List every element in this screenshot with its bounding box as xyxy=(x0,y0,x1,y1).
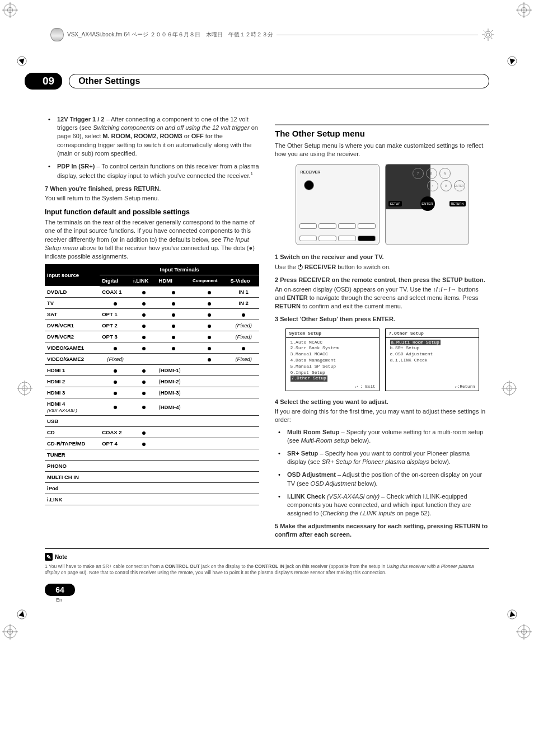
table-cell: (HDMI-2) xyxy=(157,376,191,387)
bullet-off: OFF xyxy=(191,133,204,139)
table-cell: COAX 1 xyxy=(100,287,131,298)
table-row: PHONO xyxy=(45,461,259,472)
table-cell xyxy=(157,438,191,449)
table-col-component: Component xyxy=(190,275,228,287)
bullet-lead: 12V Trigger 1 / 2 xyxy=(57,116,104,123)
step-2-text: An on-screen display (OSD) appears on yo… xyxy=(275,285,489,311)
bullet-lead: PDP In (SR+) xyxy=(57,163,95,170)
remote-num: 7 xyxy=(413,168,424,179)
table-cell xyxy=(190,483,228,494)
table-cell xyxy=(157,309,191,320)
table-cell xyxy=(100,494,131,505)
chapter-title: Other Settings xyxy=(69,74,489,88)
table-cell xyxy=(157,354,191,365)
table-row-source: HDMI 4(VSX-AX4ASi ) xyxy=(45,398,100,416)
bullet-italic: SR+ Setup for Pioneer plasma displays xyxy=(322,458,429,465)
osd-item: 1.Auto MCACC xyxy=(291,340,376,346)
availability-dot-icon xyxy=(142,313,146,317)
table-cell xyxy=(228,461,259,472)
bullet-text: on page 52). xyxy=(395,510,432,516)
table-cell xyxy=(131,320,157,331)
left-column: 12V Trigger 1 / 2 – After connecting a c… xyxy=(45,115,259,541)
availability-dot-icon xyxy=(142,406,146,409)
step-7-heading: 7 When you're finished, press RETURN. xyxy=(45,185,259,193)
remote-return-button: RETURN xyxy=(449,201,466,206)
table-cell: COAX 2 xyxy=(100,427,131,438)
remote-button xyxy=(318,236,336,241)
availability-dot-icon xyxy=(242,347,245,350)
osd-footer: ↵ : Exit xyxy=(286,383,379,391)
table-cell xyxy=(131,427,157,438)
arrow-symbols: ↑/↓/←/→ xyxy=(433,286,456,293)
table-cell xyxy=(190,398,228,416)
bullet-multi-room-setup: Multi Room Setup – Specify your volume s… xyxy=(282,428,489,445)
table-cell xyxy=(228,483,259,494)
table-cell xyxy=(131,365,157,376)
availability-dot-icon xyxy=(142,302,146,306)
table-row: CD-R/TAPE/MDOPT 4 xyxy=(45,438,259,449)
table-row-source: HDMI 1 xyxy=(45,365,100,376)
table-cell xyxy=(190,342,228,354)
chapter-header: 09 Other Settings xyxy=(45,73,489,90)
page-content: 09 Other Settings 12V Trigger 1 / 2 – Af… xyxy=(0,0,534,642)
step-2-heading: 2 Press RECEIVER on the remote control, … xyxy=(275,276,489,284)
availability-dot-icon xyxy=(114,347,117,350)
table-row-source: DVD/LD xyxy=(45,287,100,298)
remote-diagram-row: RECEIVER xyxy=(275,164,489,245)
step-3-heading: 3 Select 'Other Setup' then press ENTER. xyxy=(275,315,489,323)
bullet-lead: OSD Adjustment xyxy=(287,471,336,478)
osd-item: 6.Input Setup xyxy=(291,370,376,376)
table-cell xyxy=(100,342,131,354)
remote-button xyxy=(338,236,356,241)
step-bold: RETURN xyxy=(275,303,301,309)
table-cell xyxy=(228,376,259,387)
remote-num-row-2: • 0 ENTER xyxy=(427,180,465,191)
table-cell xyxy=(157,320,191,331)
table-row-source: i.LINK xyxy=(45,494,100,505)
book-cylinder-icon xyxy=(50,28,64,41)
table-row-source: HDMI 2 xyxy=(45,376,100,387)
table-col-hdmi: HDMI xyxy=(157,275,191,287)
table-cell xyxy=(190,461,228,472)
svg-marker-31 xyxy=(508,612,516,619)
table-col-digital: Digital xyxy=(100,275,131,287)
table-cell xyxy=(157,298,191,309)
table-cell xyxy=(228,342,259,354)
table-row: SATOPT 1 xyxy=(45,309,259,320)
bullet-text: below). xyxy=(429,458,451,465)
availability-dot-icon xyxy=(142,431,146,435)
table-row: HDMI 2(HDMI-2) xyxy=(45,376,259,387)
table-cell xyxy=(131,354,157,365)
remote-enter-button: ENTER xyxy=(420,196,435,211)
table-row-source: iPod xyxy=(45,483,100,494)
table-row: HDMI 3(HDMI-3) xyxy=(45,387,259,398)
table-cell xyxy=(190,309,228,320)
osd-item: 2.Surr Back System xyxy=(291,345,376,351)
table-col-svideo: S-Video xyxy=(228,275,259,287)
table-header-input-source: Input source xyxy=(45,264,100,287)
bullet-lead: Multi Room Setup xyxy=(287,429,340,435)
table-cell xyxy=(131,416,157,427)
note-label-text: Note xyxy=(55,554,67,560)
availability-dot-icon xyxy=(172,347,175,350)
input-terminals-table: Input source Input Terminals Digital i.L… xyxy=(45,264,259,505)
remote-setup-button: SETUP xyxy=(388,201,402,206)
remote-diagram-right: 7 8 9 • 0 ENTER ENTER SETUP RETURN xyxy=(385,164,469,245)
bullet-sr-plus-setup: SR+ Setup – Specify how you want to cont… xyxy=(282,449,489,466)
subsection-intro: The terminals on the rear of the receive… xyxy=(45,218,259,261)
osd-item: 5.Manual SP Setup xyxy=(291,364,376,370)
step-text: to navigate through the screens and sele… xyxy=(308,294,479,301)
table-row: iPod xyxy=(45,483,259,494)
registration-mark-mid-left xyxy=(17,381,32,396)
table-row: CDCOAX 2 xyxy=(45,427,259,438)
osd-item-highlighted: 7.Other Setup xyxy=(291,375,327,382)
table-row-source: USB xyxy=(45,416,100,427)
remote-num: 0 xyxy=(441,180,452,191)
table-row: HDMI 4(VSX-AX4ASi )(HDMI-4) xyxy=(45,398,259,416)
availability-dot-icon xyxy=(172,325,175,328)
table-cell xyxy=(157,472,191,483)
availability-dot-icon xyxy=(242,313,245,317)
table-cell: (Fixed) xyxy=(228,320,259,331)
table-row-source: HDMI 3 xyxy=(45,387,100,398)
osd-title: 7.Other Setup xyxy=(386,329,479,338)
